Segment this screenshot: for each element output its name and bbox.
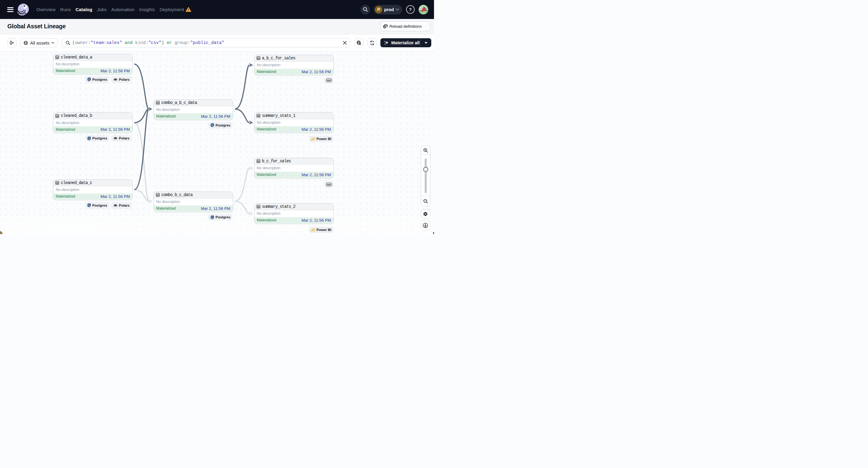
svg-text:?: ? <box>409 7 412 12</box>
